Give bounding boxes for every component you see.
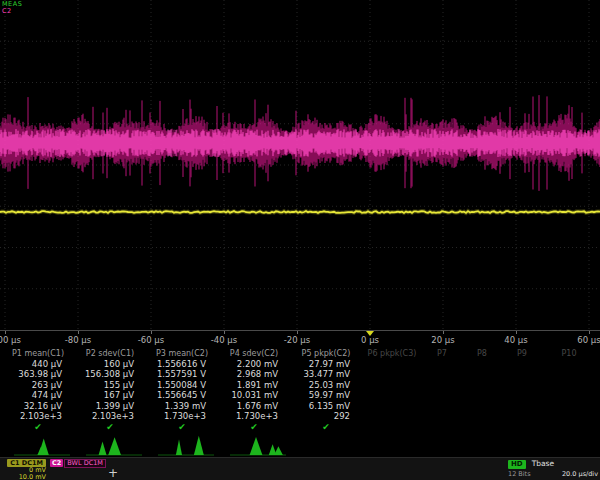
- measure-header-p1[interactable]: P1 mean(C1): [2, 349, 74, 358]
- measure-value: 2.103e+3: [2, 411, 74, 421]
- measure-status-check: ✔: [218, 422, 290, 432]
- axis-tick: [516, 331, 517, 334]
- bottom-bar: C1 DC1M 0 mV 10.0 mV C2BWL DC1M + HDTbas…: [0, 457, 600, 480]
- time-axis: -100 µs-80 µs-60 µs-40 µs-20 µs0 µs20 µs…: [0, 330, 600, 348]
- measure-value: 1.550084 V: [146, 380, 218, 390]
- measurement-table: P1 mean(C1)P2 sdev(C1)P3 mean(C2)P4 sdev…: [2, 348, 600, 432]
- axis-tick: [5, 331, 6, 334]
- measure-value: 160 µV: [74, 359, 146, 369]
- timebase-descriptor[interactable]: HDTbase 12 Bits 20.0 µs/div: [508, 459, 598, 478]
- waveform-display[interactable]: MEAS C2: [0, 0, 600, 330]
- measure-value: 2.968 mV: [218, 369, 290, 379]
- measure-value: 1.556645 V: [146, 390, 218, 400]
- oscilloscope-screen: MEAS C2 -100 µs-80 µs-60 µs-40 µs-20 µs0…: [0, 0, 600, 480]
- measure-status-check: ✔: [2, 422, 74, 432]
- histicon-p1[interactable]: [12, 433, 72, 457]
- time-axis-label: 20 µs: [431, 335, 454, 345]
- measure-value: 440 µV: [2, 359, 74, 369]
- histicon-p4[interactable]: [228, 433, 288, 457]
- measure-value: 1.399 µV: [74, 401, 146, 411]
- cursor-crosshair-icon[interactable]: +: [108, 467, 118, 479]
- measure-value: 263 µV: [2, 380, 74, 390]
- measure-value: 2.103e+3: [74, 411, 146, 421]
- measure-value: 1.557591 V: [146, 369, 218, 379]
- measure-value: 1.891 mV: [218, 380, 290, 390]
- measure-value: 1.730e+3: [146, 411, 218, 421]
- measure-status-check: ✔: [146, 422, 218, 432]
- measure-value: 155 µV: [74, 380, 146, 390]
- measure-status-check: ✔: [74, 422, 146, 432]
- measure-value: 33.477 mV: [290, 369, 362, 379]
- measure-value: 10.031 mV: [218, 390, 290, 400]
- measure-header-p6: P6 pkpk(C3): [362, 349, 422, 358]
- time-axis-label: 0 µs: [361, 335, 379, 345]
- measure-value: 292: [290, 411, 362, 421]
- measure-value: 25.03 mV: [290, 380, 362, 390]
- time-axis-label: -40 µs: [211, 335, 237, 345]
- measure-header-p3[interactable]: P3 mean(C2): [146, 349, 218, 358]
- channel-c1-descriptor[interactable]: C1 DC1M 0 mV 10.0 mV: [2, 459, 46, 480]
- measure-value: 156.308 µV: [74, 369, 146, 379]
- measure-value: 474 µV: [2, 390, 74, 400]
- c1-scale: 10.0 mV: [2, 474, 46, 480]
- axis-tick: [78, 331, 79, 334]
- time-axis-label: -100 µs: [0, 335, 21, 345]
- time-axis-label: 40 µs: [504, 335, 527, 345]
- measure-header-p9: P9: [502, 349, 542, 358]
- timebase-label: Tbase: [532, 459, 554, 468]
- hd-badge: HD: [508, 460, 526, 469]
- measure-header-p2[interactable]: P2 sdev(C1): [74, 349, 146, 358]
- axis-tick: [224, 331, 225, 334]
- measure-value: 1.556616 V: [146, 359, 218, 369]
- measure-header-p10: P10: [542, 349, 596, 358]
- c2-label: C2: [50, 459, 63, 467]
- histicon-p3[interactable]: [156, 433, 216, 457]
- measure-header-p8: P8: [462, 349, 502, 358]
- histicon-p2[interactable]: [84, 433, 144, 457]
- display-status-labels: MEAS C2: [2, 1, 22, 15]
- axis-tick: [589, 331, 590, 334]
- measure-value: 167 µV: [74, 390, 146, 400]
- c2-coupling: BWL DC1M: [64, 459, 106, 468]
- status-label-magenta: C2: [2, 8, 22, 15]
- axis-tick: [151, 331, 152, 334]
- measure-value: 2.200 mV: [218, 359, 290, 369]
- time-axis-label: -60 µs: [138, 335, 164, 345]
- time-axis-label: 60 µs: [577, 335, 600, 345]
- measure-value: 1.730e+3: [218, 411, 290, 421]
- time-axis-label: -80 µs: [65, 335, 91, 345]
- measure-value: 6.135 mV: [290, 401, 362, 411]
- measure-header-p4[interactable]: P4 sdev(C2): [218, 349, 290, 358]
- axis-tick: [443, 331, 444, 334]
- measure-value: 1.676 mV: [218, 401, 290, 411]
- histicon-row: [0, 432, 600, 457]
- measure-value: 32.16 µV: [2, 401, 74, 411]
- trigger-position-marker[interactable]: [366, 331, 374, 336]
- c1-waveform: [0, 211, 600, 213]
- measure-value: 1.339 mV: [146, 401, 218, 411]
- time-axis-label: -20 µs: [284, 335, 310, 345]
- measure-header-p5[interactable]: P5 pkpk(C2): [290, 349, 362, 358]
- measure-status-check: ✔: [290, 422, 362, 432]
- waveform-canvas: [0, 0, 600, 330]
- measure-value: 59.97 mV: [290, 390, 362, 400]
- timebase-scale: 20.0 µs/div: [562, 470, 598, 478]
- c1-label: C1: [10, 459, 19, 467]
- measure-header-p7: P7: [422, 349, 462, 358]
- measure-value: 363.98 µV: [2, 369, 74, 379]
- measure-value: 27.97 mV: [290, 359, 362, 369]
- axis-tick: [297, 331, 298, 334]
- timebase-bits: 12 Bits: [508, 470, 531, 478]
